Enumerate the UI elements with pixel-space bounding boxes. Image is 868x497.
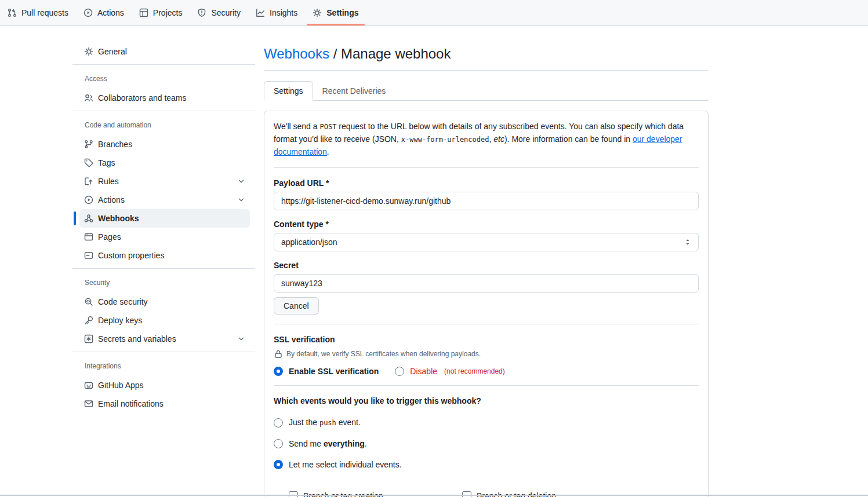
nav-tab-insights[interactable]: Insights (248, 0, 305, 25)
nav-label: Projects (153, 8, 183, 17)
sidebar-item-label: Secrets and variables (98, 334, 233, 343)
nav-label: Security (211, 8, 241, 17)
enable-ssl-radio[interactable] (274, 367, 283, 376)
event-checkbox-branch-creation: Branch or tag creation (289, 491, 462, 497)
nav-tab-security[interactable]: Security (190, 0, 248, 25)
sidebar-item-actions[interactable]: Actions (79, 191, 250, 209)
sidebar-section-integrations: Integrations (72, 359, 255, 373)
nav-tab-pull-requests[interactable]: Pull requests (0, 0, 76, 25)
sidebar-item-secrets-and-variables[interactable]: Secrets and variables (79, 330, 250, 348)
sidebar-item-label: General (98, 47, 245, 56)
cancel-button[interactable]: Cancel (274, 297, 319, 315)
event-option-push: Just the push event. (274, 416, 699, 429)
nav-label: Pull requests (21, 8, 68, 17)
push-event-label: Just the push event. (289, 416, 361, 429)
key-icon (84, 316, 93, 325)
nav-label: Settings (326, 8, 358, 17)
sidebar-item-github-apps[interactable]: GitHub Apps (79, 376, 250, 394)
content-type-select[interactable]: application/json (274, 233, 699, 251)
tab-recent-deliveries[interactable]: Recent Deliveries (313, 82, 395, 100)
branch-or-tag-deletion-checkbox[interactable] (462, 491, 471, 497)
push-event-radio[interactable] (274, 418, 283, 427)
sidebar-item-label: Branches (98, 140, 245, 149)
event-option-everything: Send me everything. (274, 438, 699, 450)
content-type-field-group: Content type * application/json (274, 218, 699, 251)
sidebar-item-code-security[interactable]: Code security (79, 293, 250, 311)
event-option-individual: Let me select individual events. (274, 459, 699, 470)
webhook-intro-text: We'll send a POST request to the URL bel… (274, 120, 699, 158)
sidebar-item-collaborators-and-teams[interactable]: Collaborators and teams (79, 89, 250, 107)
repo-nav: Pull requests Actions Projects Security … (0, 0, 868, 26)
table-icon (139, 8, 148, 17)
sidebar-divider (72, 352, 255, 352)
gear-icon (84, 47, 93, 56)
lock-icon (274, 349, 283, 359)
sidebar-section-code-and-automation: Code and automation (72, 118, 255, 132)
hubot-icon (84, 381, 93, 390)
branch-or-tag-deletion-label: Branch or tag deletion (477, 491, 556, 497)
push-code: push (319, 419, 336, 427)
webhook-tabnav: Settings Recent Deliveries (264, 80, 709, 101)
ssl-note-row: By default, we verify SSL certificates w… (274, 349, 699, 359)
disable-ssl-label: Disable (410, 367, 437, 376)
webhook-settings-main: Webhooks / Manage webhook Settings Recen… (264, 26, 709, 497)
form-divider (274, 385, 699, 386)
sidebar-item-deploy-keys[interactable]: Deploy keys (79, 311, 250, 330)
people-icon (84, 93, 93, 103)
sidebar-item-pages[interactable]: Pages (79, 228, 250, 246)
breadcrumb-webhooks-link[interactable]: Webhooks (264, 46, 329, 61)
breadcrumb-current: Manage webhook (341, 46, 451, 61)
play-icon (83, 8, 93, 17)
everything-radio[interactable] (274, 439, 283, 448)
sidebar-item-label: Custom properties (98, 251, 245, 260)
nav-tab-actions[interactable]: Actions (76, 0, 132, 25)
sidebar-item-rules[interactable]: Rules (79, 172, 250, 191)
tag-icon (84, 158, 93, 167)
sidebar-item-label: GitHub Apps (98, 381, 245, 390)
enable-ssl-option: Enable SSL verification (274, 367, 379, 376)
payload-url-input[interactable] (274, 192, 699, 210)
form-divider (274, 324, 699, 324)
ssl-verification-heading: SSL verification (274, 334, 699, 346)
breadcrumb-separator: / (333, 46, 337, 61)
sidebar-section-security: Security (72, 276, 255, 290)
title-divider (264, 70, 709, 71)
payload-url-field-group: Payload URL * (274, 177, 699, 210)
disable-ssl-radio[interactable] (395, 367, 404, 376)
asterisk-box-icon (84, 334, 93, 343)
urlencoded-code: x-www-form-urlencoded (401, 136, 489, 144)
sidebar-item-webhooks[interactable]: Webhooks (79, 209, 250, 228)
sidebar-divider (72, 64, 255, 65)
event-checkbox-branch-deletion: Branch or tag deletion (462, 491, 699, 497)
chevron-down-icon (237, 177, 245, 185)
codescan-icon (84, 297, 93, 306)
sidebar-item-general[interactable]: General (79, 42, 250, 61)
sidebar-item-label: Deploy keys (98, 316, 245, 325)
sidebar-section-access: Access (72, 72, 255, 86)
note-icon (84, 251, 93, 260)
sidebar-item-label: Code security (98, 297, 245, 306)
tab-settings[interactable]: Settings (264, 81, 313, 101)
page-title: Webhooks / Manage webhook (264, 45, 709, 63)
sidebar-item-tags[interactable]: Tags (79, 154, 250, 172)
ssl-radio-row: Enable SSL verification Disable (not rec… (274, 367, 699, 376)
sidebar-item-label: Webhooks (98, 214, 245, 223)
form-divider (274, 167, 699, 168)
sidebar-item-label: Actions (98, 195, 233, 204)
branch-or-tag-creation-checkbox[interactable] (289, 491, 298, 497)
secret-label: Secret (274, 260, 699, 272)
active-tab-underline (307, 24, 364, 25)
nav-tab-settings[interactable]: Settings (305, 0, 366, 25)
content-type-label: Content type * (274, 218, 699, 231)
individual-events-label: Let me select individual events. (289, 459, 402, 470)
sidebar-item-label: Tags (98, 158, 245, 167)
horizontal-scrollbar[interactable] (0, 495, 868, 496)
sidebar-item-email-notifications[interactable]: Email notifications (79, 394, 250, 413)
webhook-form: We'll send a POST request to the URL bel… (264, 111, 709, 497)
sidebar-item-custom-properties[interactable]: Custom properties (79, 246, 250, 265)
individual-events-radio[interactable] (274, 460, 283, 469)
sidebar-item-branches[interactable]: Branches (79, 135, 250, 154)
sidebar-item-label: Email notifications (98, 399, 245, 408)
nav-tab-projects[interactable]: Projects (132, 0, 190, 25)
secret-input[interactable] (274, 274, 699, 293)
